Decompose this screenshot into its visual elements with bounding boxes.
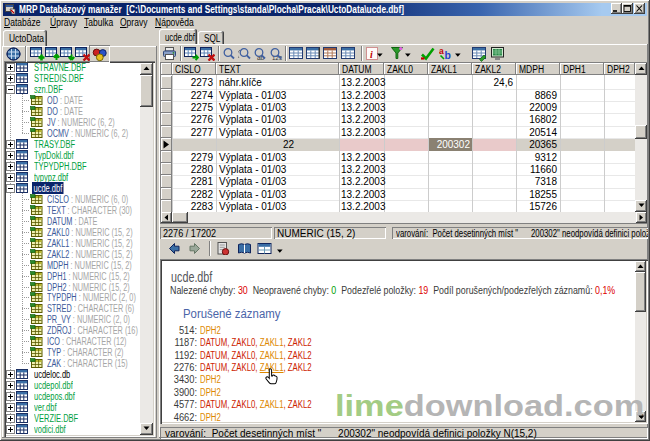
svg-text:a: a [439,46,444,56]
svg-text:b: b [445,49,451,61]
svg-text:i: i [370,49,373,60]
